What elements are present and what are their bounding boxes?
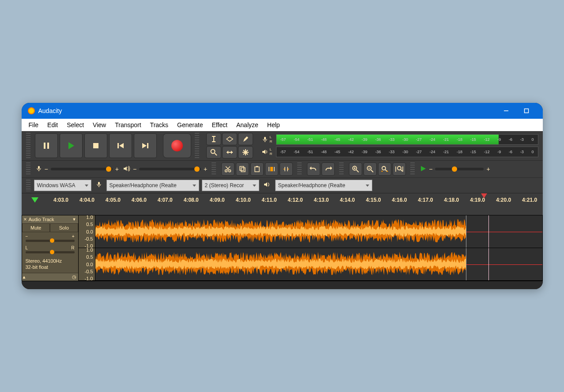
menu-transport[interactable]: Transport [110, 121, 145, 128]
zoom-tool[interactable] [206, 146, 221, 158]
edit-toolbar [221, 162, 293, 176]
svg-rect-2 [44, 143, 45, 149]
speaker-icon [262, 181, 273, 189]
skip-start-button[interactable] [109, 133, 132, 158]
menu-analyze[interactable]: Analyze [232, 121, 263, 128]
mic-icon [36, 166, 42, 173]
application-window: Audacity File Edit Select View Transport… [22, 103, 543, 289]
svg-marker-65 [264, 182, 267, 187]
silence-button[interactable] [280, 162, 293, 176]
stop-button[interactable] [84, 133, 107, 158]
svg-marker-56 [381, 170, 383, 172]
menu-effect[interactable]: Effect [207, 121, 232, 128]
menu-view[interactable]: View [88, 121, 110, 128]
redo-button[interactable] [322, 162, 335, 176]
svg-point-15 [211, 150, 215, 154]
tools-toolbar [206, 133, 253, 158]
pause-button[interactable] [35, 133, 58, 158]
waveform-left[interactable] [95, 215, 542, 248]
svg-point-54 [382, 166, 386, 170]
timeline-ruler[interactable]: 4:03.04:04.04:05.04:06.04:07.04:08.04:09… [22, 193, 543, 206]
selection-tool[interactable] [206, 133, 221, 145]
zoom-out-button[interactable] [363, 162, 377, 176]
svg-line-59 [401, 170, 402, 171]
envelope-tool[interactable] [222, 133, 237, 145]
playback-device-combo[interactable]: Speaker/Headphone (Realte [275, 180, 372, 191]
trim-button[interactable] [265, 162, 278, 176]
play-button[interactable] [60, 133, 83, 158]
toolbar-grip[interactable] [26, 180, 30, 191]
menubar: File Edit Select View Transport Tracks G… [22, 119, 543, 131]
play-icon [420, 166, 426, 173]
recording-device-combo[interactable]: Speaker/Headphone (Realte [106, 180, 199, 191]
track-menu-icon[interactable]: ◷ [72, 274, 76, 280]
menu-select[interactable]: Select [62, 121, 88, 128]
waveform-right[interactable] [95, 248, 542, 280]
toolbar-grip[interactable] [410, 162, 415, 176]
minimize-button[interactable] [496, 103, 516, 119]
track-dropdown-icon[interactable]: ▼ [72, 217, 76, 222]
playback-volume-slider[interactable]: − + [123, 166, 207, 173]
toolbar-grip[interactable] [212, 162, 216, 176]
cut-button[interactable] [221, 162, 235, 176]
solo-button[interactable]: Solo [50, 223, 78, 232]
audio-host-combo[interactable]: Windows WASA [34, 180, 91, 191]
copy-button[interactable] [236, 162, 249, 176]
svg-rect-6 [117, 143, 119, 148]
svg-line-16 [215, 153, 217, 155]
mic-icon [260, 135, 270, 144]
recording-volume-slider[interactable]: − + [36, 166, 119, 173]
recording-meter[interactable]: LR -57-54-51-48-45-42-39-36-33-30-27-24-… [260, 134, 538, 145]
play-at-speed[interactable]: − + [420, 166, 490, 173]
record-button[interactable] [163, 133, 191, 158]
track-name[interactable]: Audio Track [29, 217, 71, 222]
menu-edit[interactable]: Edit [43, 121, 62, 128]
undo-button[interactable] [307, 162, 320, 176]
gain-slider[interactable]: −+ [22, 232, 78, 244]
toolbar-grip[interactable] [339, 162, 344, 176]
paste-button[interactable] [250, 162, 264, 176]
svg-marker-8 [142, 143, 147, 148]
playhead-marker[interactable] [481, 193, 487, 198]
toolbar-grip[interactable] [195, 133, 199, 158]
vertical-scale[interactable]: 1.0 0.5 0.0 -0.5 -1.0 [79, 248, 95, 280]
menu-file[interactable]: File [24, 121, 43, 128]
svg-rect-36 [255, 167, 259, 172]
svg-marker-45 [310, 166, 311, 170]
fit-project-button[interactable] [393, 162, 406, 176]
svg-marker-26 [262, 150, 265, 154]
titlebar[interactable]: Audacity [22, 103, 543, 119]
draw-tool[interactable] [238, 133, 253, 145]
toolbar-grip[interactable] [26, 133, 30, 158]
close-track-button[interactable]: × [24, 216, 27, 222]
zoom-toolbar [349, 162, 406, 176]
speaker-icon [260, 147, 270, 157]
pan-slider[interactable]: LR [22, 244, 78, 255]
vertical-scale[interactable]: 1.0 0.5 0.0 -0.5 -1.0 [79, 215, 95, 248]
zoom-in-button[interactable] [349, 162, 362, 176]
menu-tracks[interactable]: Tracks [146, 121, 173, 128]
mute-button[interactable]: Mute [22, 223, 50, 232]
transport-controls [35, 133, 157, 158]
multi-tool[interactable] [238, 146, 253, 158]
svg-rect-34 [240, 166, 244, 170]
skip-end-button[interactable] [134, 133, 157, 158]
toolbar-grip[interactable] [26, 162, 30, 176]
svg-rect-35 [241, 168, 245, 172]
menu-help[interactable]: Help [263, 121, 284, 128]
timeshift-tool[interactable] [222, 146, 237, 158]
maximize-button[interactable] [516, 103, 537, 119]
quickplay-start-marker[interactable] [31, 197, 38, 203]
recording-channels-combo[interactable]: 2 (Stereo) Recor [202, 180, 259, 191]
svg-rect-3 [47, 143, 49, 149]
toolbars: LR -57-54-51-48-45-42-39-36-33-30-27-24-… [22, 131, 543, 206]
svg-rect-1 [524, 109, 528, 113]
track-info: Stereo, 44100Hz 32-bit float [22, 255, 78, 273]
fit-selection-button[interactable] [378, 162, 391, 176]
menu-generate[interactable]: Generate [173, 121, 207, 128]
collapse-button[interactable]: ▲ [22, 275, 26, 279]
toolbar-grip[interactable] [297, 162, 302, 176]
svg-marker-18 [227, 151, 228, 154]
track-area: × Audio Track ▼ Mute Solo −+ LR Ster [22, 206, 543, 289]
playback-meter[interactable]: LR -57-54-51-48-45-42-39-36-33-30-27-24-… [260, 146, 538, 158]
